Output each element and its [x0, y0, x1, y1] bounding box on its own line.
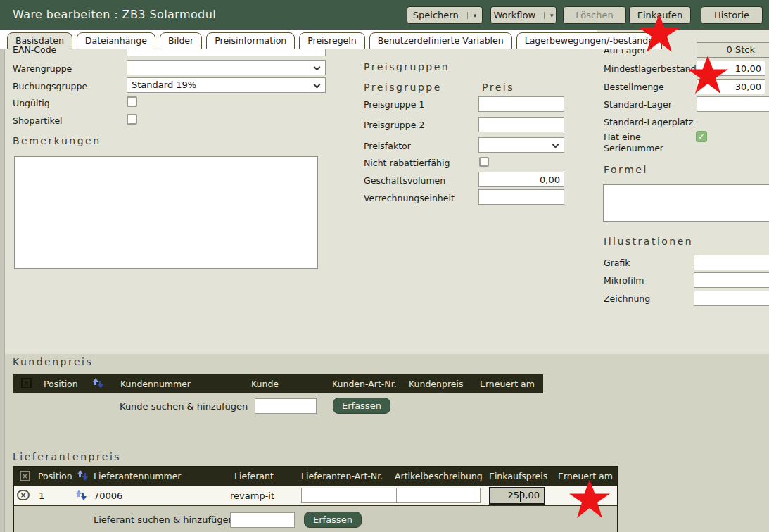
tab-bar: Basisdaten Dateianhänge Bilder Preisinfo… — [0, 30, 597, 49]
chevron-down-icon — [552, 141, 559, 148]
mindestlagerbestand-label: Mindestlagerbestand — [604, 63, 697, 74]
verrechnungseinheit-label: Verrechnungseinheit — [364, 193, 455, 203]
preisgruppe2-input[interactable] — [478, 117, 564, 132]
lieferanten-col-artikelbeschreibung: Artikelbeschreibung — [395, 471, 483, 481]
nicht-rabattierfaehig-label: Nicht rabattierfähig — [364, 158, 450, 168]
tab-preisregeln[interactable]: Preisregeln — [299, 32, 364, 49]
mikrofilm-label: Mikrofilm — [604, 275, 644, 286]
standard-lager-input[interactable] — [697, 96, 769, 112]
chevron-down-icon — [314, 82, 321, 89]
warengruppe-label: Warengruppe — [13, 63, 72, 74]
sort-icon[interactable] — [77, 470, 89, 481]
preisgruppe2-label: Preisgruppe 2 — [364, 120, 424, 130]
sort-icon[interactable] — [93, 378, 104, 389]
tab-bilder[interactable]: Bilder — [160, 32, 202, 49]
lieferant-search-row: Lieferant suchen & hinzufügen Erfassen — [14, 507, 617, 532]
bemerkungen-heading: Bemerkungen — [13, 135, 101, 146]
lieferantenpreis-table-header: × Position Lieferantennummer Lieferant L… — [14, 467, 617, 486]
zeichnung-input[interactable] — [694, 291, 769, 306]
kundenpreis-col-kundennummer: Kundennummer — [120, 379, 191, 389]
verrechnungseinheit-input[interactable] — [478, 189, 564, 205]
artikelbeschreibung-input[interactable] — [396, 488, 481, 503]
chevron-down-icon — [314, 64, 321, 71]
lieferanten-col-position: Position — [38, 471, 72, 481]
lieferanten-art-nr-input[interactable] — [301, 488, 400, 503]
preisgruppen-heading: Preisgruppen — [364, 61, 450, 72]
zeichnung-label: Zeichnung — [604, 293, 650, 304]
geschaeftsvolumen-label: Geschäftsvolumen — [364, 175, 445, 186]
ean-label: EAN-Code — [13, 44, 56, 55]
warengruppe-select[interactable] — [127, 60, 326, 75]
save-dropdown-icon[interactable]: ▾ — [467, 12, 477, 19]
kundenpreis-col-position: Position — [44, 379, 78, 389]
kunde-search-input[interactable] — [255, 398, 317, 414]
formel-textarea[interactable] — [603, 184, 769, 222]
tab-benutzerdefinierte-variablen[interactable]: Benutzerdefinierte Variablen — [369, 32, 512, 49]
grafik-label: Grafik — [604, 258, 630, 268]
lieferant-search-label: Lieferant suchen & hinzufügen — [94, 514, 234, 525]
text-cursor — [520, 491, 521, 502]
formel-heading: Formel — [604, 164, 648, 175]
serienummer-checkbox-checked[interactable]: ✓ — [696, 131, 707, 142]
workflow-button-label: Workflow — [493, 10, 535, 20]
shopartikel-checkbox[interactable] — [127, 114, 137, 125]
lieferanten-col-lieferantennummer: Lieferantennummer — [94, 471, 181, 481]
kundenpreis-col-kunde: Kunde — [251, 379, 279, 389]
lieferanten-col-lieferanten-art-nr: Lieferanten-Art-Nr. — [301, 471, 383, 481]
preis-col-heading: Preis — [482, 82, 514, 93]
shopartikel-label: Shopartikel — [13, 115, 63, 126]
workflow-dropdown-icon[interactable]: ▾ — [544, 12, 554, 19]
delete-button-label: Löschen — [576, 10, 613, 20]
lieferanten-col-einkaufspreis: Einkaufspreis — [489, 471, 547, 481]
row-sort-icon[interactable] — [76, 490, 87, 501]
standard-lagerplatz-label: Standard-Lagerplatz — [604, 117, 693, 127]
tab-preisinformation[interactable]: Preisinformation — [206, 32, 295, 49]
kundenpreis-col-erneuert-am: Erneuert am — [480, 379, 535, 389]
history-button-label: Historie — [714, 10, 749, 20]
ungueltig-checkbox[interactable] — [127, 96, 137, 107]
preisgruppe1-label: Preisgruppe 1 — [364, 99, 424, 110]
preisgruppe1-input[interactable] — [478, 96, 564, 112]
preisfaktor-label: Preisfaktor — [364, 141, 411, 151]
save-button[interactable]: Speichern ▾ — [407, 6, 483, 24]
row-lieferantennummer: 70006 — [94, 490, 122, 501]
kundenpreis-heading: Kundenpreis — [13, 356, 93, 367]
tab-lagerbewegungen[interactable]: Lagerbewegungen/-bestände — [516, 32, 662, 49]
mikrofilm-input[interactable] — [694, 272, 769, 288]
select-all-icon[interactable]: × — [21, 378, 32, 388]
select-all-icon[interactable]: × — [20, 471, 30, 481]
workflow-button[interactable]: Workflow ▾ — [490, 6, 557, 24]
row-lieferant: revamp-it — [230, 490, 274, 501]
bestellmenge-label: Bestellmenge — [604, 82, 664, 92]
buchungsgruppe-value: Standard 19% — [132, 80, 196, 90]
nicht-rabattierfaehig-checkbox[interactable] — [479, 157, 489, 167]
preisgruppe-col-heading: Preisgruppe — [364, 82, 442, 93]
history-button[interactable]: Historie — [701, 6, 763, 24]
row-delete-icon[interactable]: × — [17, 490, 30, 500]
grafik-input[interactable] — [694, 255, 769, 270]
row-position: 1 — [39, 490, 44, 501]
einkaufspreis-input[interactable]: 250,00 — [489, 487, 545, 505]
lieferanten-col-lieferant: Lieferant — [234, 471, 274, 481]
page-title: Ware bearbeiten : ZB3 Solarmodul — [13, 8, 216, 21]
kundenpreis-table-header: × Position Kundennummer Kunde Kunden-Art… — [13, 374, 543, 393]
lieferanten-col-erneuert-am: Erneuert am — [558, 471, 613, 481]
lieferant-search-input[interactable] — [230, 512, 295, 528]
bemerkungen-textarea[interactable] — [14, 156, 318, 269]
einkaufspreis-value: 250,00 — [508, 490, 540, 500]
kundenpreis-col-kundenpreis: Kundenpreis — [409, 379, 463, 389]
illustrationen-heading: Illustrationen — [604, 236, 693, 247]
standard-lager-label: Standard-Lager — [604, 99, 672, 110]
lieferantenpreis-heading: Lieferantenpreis — [13, 451, 121, 462]
preisfaktor-select[interactable] — [478, 137, 564, 153]
table-row: × 1 70006 revamp-it 250,00 — [14, 486, 617, 506]
ware-bearbeiten-window: Basisdaten Dateianhänge Bilder Preisinfo… — [0, 0, 769, 532]
buchungsgruppe-label: Buchungsgruppe — [13, 81, 87, 91]
ungueltig-label: Ungültig — [13, 98, 50, 108]
auf-lager-value: 0 Stck — [697, 42, 769, 58]
geschaeftsvolumen-input[interactable] — [478, 172, 564, 187]
kunde-erfassen-button[interactable]: Erfassen — [333, 398, 390, 414]
lieferant-erfassen-button[interactable]: Erfassen — [304, 512, 362, 528]
buchungsgruppe-select[interactable]: Standard 19% — [127, 77, 326, 93]
tab-dateianhaenge[interactable]: Dateianhänge — [77, 32, 155, 49]
